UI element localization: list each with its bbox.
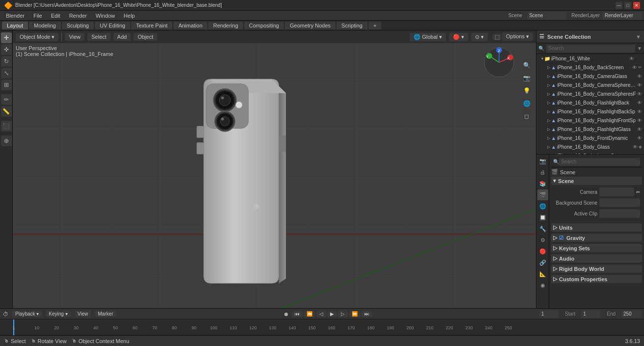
gravity-section-header[interactable]: ▷ ☑ Gravity (551, 234, 642, 242)
visibility-icon-10[interactable]: 👁 (633, 144, 638, 150)
jump-end-btn[interactable]: ⏭ (362, 311, 372, 317)
tab-texture-paint[interactable]: Texture Paint (131, 22, 172, 29)
menu-blender[interactable]: Blender (2, 12, 28, 20)
output-props-btn[interactable]: 🖨 (537, 167, 548, 178)
keying-sets-header[interactable]: ▷ Keying Sets (551, 244, 642, 252)
visibility-icon-6[interactable]: 👁 (637, 109, 642, 114)
edit-icon-1[interactable]: ✏ (638, 65, 642, 70)
rigid-body-header[interactable]: ▷ Rigid Body World (551, 265, 642, 273)
snap-button[interactable]: 🔴 ▾ (449, 33, 468, 41)
audio-section-header[interactable]: ▷ Audio (551, 254, 642, 263)
view-menu-timeline[interactable]: View (75, 311, 91, 317)
object-props-btn[interactable]: 🔲 (537, 212, 548, 223)
tab-sculpting[interactable]: Sculpting (62, 22, 94, 29)
tab-compositing[interactable]: Compositing (244, 22, 284, 29)
close-button[interactable]: ✕ (633, 2, 640, 9)
outliner-row-flashlight-back-sp[interactable]: ▷ ▲ iPhone_16_Body_FlashlightBackSp 👁 (536, 107, 644, 116)
playback-menu[interactable]: Playback ▾ (12, 311, 42, 317)
outliner-row-camera-spheres-b[interactable]: ▷ ▲ iPhone_16_Body_CameraSpheresB 👁 (536, 80, 644, 89)
physics-props-btn[interactable]: 🔴 (537, 246, 548, 257)
data-props-btn[interactable]: 📐 (537, 268, 548, 279)
transform-global[interactable]: 🌐 Global ▾ (410, 33, 446, 41)
outliner-row-flashlight-glass[interactable]: ▷ ▲ iPhone_16_Body_FlashlightGlass 👁 (536, 125, 644, 133)
viewport[interactable]: Object Mode ▾ View Select Add Object 🌐 G… (13, 30, 536, 308)
particles-props-btn[interactable]: ⚙ (537, 235, 548, 245)
lights-gizmo[interactable]: 💡 (521, 85, 532, 96)
minimize-button[interactable]: — (616, 2, 622, 9)
outliner-row-iphone16-white[interactable]: ▾ 📁 iPhone_16_White 👁 (536, 54, 644, 63)
tab-modeling[interactable]: Modeling (29, 22, 61, 29)
units-section-header[interactable]: ▷ Units (551, 223, 642, 232)
options-button[interactable]: Options ▾ (502, 32, 533, 41)
camera-persp-gizmo[interactable]: 📷 (521, 73, 532, 83)
annotate-tool[interactable]: ✏ (1, 94, 12, 105)
next-keyframe-btn[interactable]: ⏩ (349, 311, 361, 317)
visibility-icon-1[interactable]: 👁 (632, 65, 637, 70)
proportional-edit[interactable]: ⊙ ▾ (471, 33, 488, 41)
viewport-shading-wire[interactable]: ⬚ (493, 34, 502, 40)
menu-file[interactable]: File (29, 12, 46, 20)
scene-section-header[interactable]: ▾ Scene (551, 177, 642, 185)
outliner-filter-icon[interactable]: ▼ (637, 46, 642, 51)
camera-picker-icon[interactable]: ✏ (636, 189, 640, 195)
outliner-row-camera-spheres-f[interactable]: ▷ ▲ iPhone_16_Body_CameraSpheresF 👁 (536, 89, 644, 98)
zoom-in-gizmo[interactable]: 🔍 (521, 60, 532, 71)
scene-props-btn[interactable]: 🎬 (537, 189, 548, 200)
viewport-overlays-gizmo[interactable]: 🌐 (521, 98, 532, 109)
visibility-icon-5[interactable]: 👁 (637, 100, 642, 106)
render-props-btn[interactable]: 📷 (537, 156, 548, 166)
view-menu[interactable]: View (65, 33, 84, 41)
outliner-row-lower-camera[interactable]: ▷ ▲ iPhone_16_Body_LowerCamera 👁 (536, 151, 644, 155)
visibility-icon-7[interactable]: 👁 (637, 118, 642, 123)
add-cube-tool[interactable]: ⬛ (1, 121, 12, 132)
filter-icon[interactable]: ▼ (636, 34, 641, 40)
add-menu[interactable]: Add (113, 33, 131, 41)
jump-start-btn[interactable]: ⏮ (292, 311, 303, 317)
custom-props-header[interactable]: ▷ Custom Properties (551, 275, 642, 283)
xray-gizmo[interactable]: ◻ (521, 111, 532, 122)
current-frame-input[interactable]: 1 (539, 310, 559, 318)
camera-value[interactable] (599, 187, 634, 196)
render-layer-input[interactable]: RenderLayer (603, 12, 642, 20)
visibility-icon-4[interactable]: 👁 (637, 91, 642, 97)
props-search-input[interactable]: Search (559, 158, 640, 166)
rotate-tool[interactable]: ↻ (1, 56, 12, 67)
tab-rendering[interactable]: Rendering (208, 22, 243, 29)
object-menu[interactable]: Object (134, 33, 157, 41)
timeline-ruler[interactable]: 1 10 20 30 40 50 60 70 80 90 100 110 120… (0, 319, 644, 335)
play-btn[interactable]: ▶ (327, 311, 337, 317)
marker-menu[interactable]: Marker (95, 311, 116, 317)
tab-scripting[interactable]: Scripting (336, 22, 367, 29)
cursor-tool[interactable]: ✛ (1, 32, 12, 43)
scale-tool[interactable]: ⤡ (1, 68, 12, 79)
modifier-props-btn[interactable]: 🔧 (537, 223, 548, 234)
visibility-icon-9[interactable]: 👁 (637, 135, 642, 141)
transform-tool[interactable]: ⊞ (1, 80, 12, 90)
visibility-icon-3[interactable]: 👁 (637, 82, 642, 88)
outliner-search-input[interactable]: Search (546, 45, 635, 53)
tab-layout[interactable]: Layout (2, 22, 28, 29)
mode-selector[interactable]: Object Mode ▾ (16, 33, 58, 41)
bg-scene-value[interactable] (599, 198, 640, 207)
start-frame-input[interactable]: 1 (581, 310, 601, 318)
maximize-button[interactable]: □ (624, 2, 631, 9)
tab-add[interactable]: + (368, 22, 381, 29)
prev-keyframe-btn[interactable]: ⏪ (304, 311, 315, 317)
outliner-row-back-screen[interactable]: ▷ ▲ iPhone_16_Body_BackScreen 👁 ✏ (536, 63, 644, 72)
constraints-props-btn[interactable]: 🔗 (537, 257, 548, 268)
scene-input[interactable]: Scene (527, 12, 566, 20)
outliner-row-flashlight-front-sp[interactable]: ▷ ▲ iPhone_16_Body_FlashlightFrontSp 👁 (536, 116, 644, 125)
object-origin-tool[interactable]: ⊕ (1, 135, 12, 146)
menu-help[interactable]: Help (120, 12, 139, 20)
menu-edit[interactable]: Edit (47, 12, 64, 20)
prev-frame-btn[interactable]: ◁ (316, 311, 326, 317)
visibility-icon-0[interactable]: 👁 (629, 56, 634, 61)
outliner-row-front-dynamic[interactable]: ▷ ▲ iPhone_16_Body_FrontDynamic 👁 (536, 133, 644, 142)
world-props-btn[interactable]: 🌐 (537, 201, 548, 212)
outliner-row-camera-glass[interactable]: ▷ ▲ iPhone_16_Body_CameraGlass 👁 (536, 72, 644, 80)
move-tool[interactable]: ✜ (1, 44, 12, 55)
keying-menu[interactable]: Keying ▾ (46, 311, 70, 317)
visibility-icon-2[interactable]: 👁 (637, 74, 642, 79)
menu-render[interactable]: Render (65, 12, 91, 20)
next-frame-btn[interactable]: ▷ (338, 311, 348, 317)
